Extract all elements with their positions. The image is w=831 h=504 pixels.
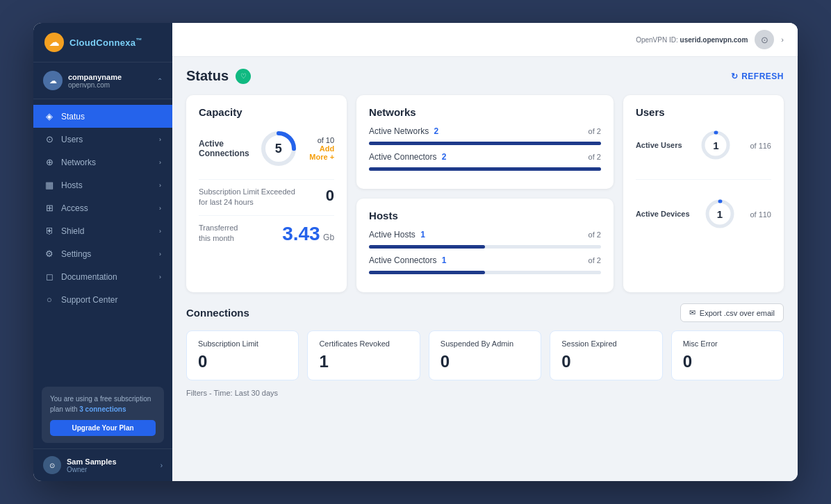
active-hosts-count: 1 (420, 230, 425, 240)
suspended-by-admin-card-label: Suspended By Admin (441, 339, 529, 348)
refresh-icon: ↻ (731, 72, 739, 81)
sidebar-item-label: Hosts (61, 180, 83, 190)
sidebar: ☁ CloudConnexa™ ☁ companyname openvpn.co… (33, 23, 172, 481)
status-icon: ◈ (44, 111, 54, 121)
chevron-right-icon: › (159, 251, 161, 258)
subscription-limit-card-val: 0 (198, 352, 287, 371)
sidebar-item-hosts[interactable]: ▦ Hosts › (33, 174, 172, 196)
certificates-revoked-card: Certificates Revoked 1 (307, 330, 420, 380)
sidebar-item-label: Support Center (61, 295, 117, 305)
hosts-card: Hosts Active Hosts 1 of 2 (356, 199, 614, 292)
hosts-connectors-fill (369, 271, 485, 274)
hosts-title: Hosts (369, 210, 601, 221)
access-icon: ⊞ (44, 203, 54, 213)
chevron-right-icon: › (159, 205, 161, 212)
sidebar-item-status[interactable]: ◈ Status (33, 105, 172, 128)
add-more-link[interactable]: Add More + (309, 144, 334, 161)
active-connections-row: Active Connections 5 (199, 128, 334, 169)
connections-val: 5 (275, 142, 282, 156)
active-hosts-label: Active Hosts 1 (369, 230, 425, 240)
sidebar-item-access[interactable]: ⊞ Access › (33, 196, 172, 219)
sidebar-nav: ◈ Status ⊙ Users › ⊕ Networks › ▦ Hosts … (33, 99, 172, 381)
active-hosts-fill (369, 245, 485, 249)
subscription-limit-card: Subscription Limit 0 (186, 330, 299, 380)
networks-title: Networks (369, 106, 601, 118)
sidebar-logo: ☁ CloudConnexa™ (33, 23, 172, 62)
page-title-row: Status ♡ (186, 68, 251, 84)
sidebar-item-label: Settings (61, 249, 91, 259)
session-expired-card-val: 0 (561, 352, 650, 371)
status-indicator-icon: ♡ (236, 69, 251, 84)
subscription-limit-stat: Subscription Limit Exceeded for last 24 … (199, 179, 334, 215)
suspended-by-admin-card: Suspended By Admin 0 (429, 330, 541, 380)
sidebar-item-label: Access (61, 203, 88, 213)
users-icon: ⊙ (44, 134, 54, 144)
main-content: OpenVPN ID: userid.openvpn.com ⊙ › Statu… (172, 23, 798, 481)
upgrade-banner: You are using a free subscription plan w… (42, 387, 164, 443)
account-name: companyname (68, 73, 151, 81)
sidebar-item-support[interactable]: ○ Support Center (33, 288, 172, 311)
networks-icon: ⊕ (44, 157, 54, 167)
certificates-revoked-card-label: Certificates Revoked (319, 339, 408, 348)
refresh-button[interactable]: ↻ REFRESH (731, 72, 784, 81)
upgrade-button[interactable]: Upgrade Your Plan (50, 420, 156, 436)
devices-donut: 1 (702, 196, 737, 231)
active-connectors-of: of 2 (589, 153, 601, 161)
sidebar-item-users[interactable]: ⊙ Users › (33, 128, 172, 151)
subscription-limit-card-label: Subscription Limit (198, 339, 287, 348)
user-name: Sam Samples (67, 457, 155, 466)
sidebar-item-networks[interactable]: ⊕ Networks › (33, 151, 172, 174)
active-networks-label: Active Networks 2 (369, 126, 438, 136)
sidebar-item-label: Documentation (61, 272, 117, 282)
active-users-of: of 116 (750, 139, 771, 151)
account-avatar: ☁ (43, 71, 63, 90)
active-devices-of: of 110 (750, 208, 771, 220)
account-domain: openvpn.com (68, 81, 151, 89)
gb-unit: Gb (323, 233, 334, 242)
sub-limit-label: Subscription Limit Exceeded (199, 187, 295, 197)
sidebar-account[interactable]: ☁ companyname openvpn.com ⌃ (33, 62, 172, 99)
active-networks-count: 2 (434, 126, 438, 136)
networks-card: Networks Active Networks 2 of 2 (356, 95, 614, 189)
sub-limit-val: 0 (326, 187, 334, 205)
openvpn-id-label: OpenVPN ID: userid.openvpn.com (636, 36, 748, 44)
misc-error-card-label: Misc Error (683, 339, 772, 348)
shield-icon: ⛨ (44, 226, 54, 236)
chevron-right-icon: › (159, 182, 161, 189)
topbar-info: OpenVPN ID: userid.openvpn.com ⊙ › (636, 30, 784, 49)
chevron-right-icon: › (159, 159, 161, 166)
transferred-stat: Transferred this month 3.43 Gb (199, 215, 334, 252)
active-hosts-of: of 2 (589, 230, 601, 239)
account-chevron-icon: ⌃ (157, 77, 163, 85)
connections-title: Connections (186, 307, 249, 319)
hosts-connectors-count: 1 (442, 255, 447, 265)
session-expired-card: Session Expired 0 (550, 330, 662, 380)
connections-header: Connections ✉ Export .csv over email (186, 303, 784, 322)
suspended-by-admin-card-val: 0 (441, 352, 529, 371)
chevron-right-icon: › (159, 274, 161, 280)
active-users-val: 1 (713, 140, 718, 151)
sidebar-item-documentation[interactable]: ◻ Documentation › (33, 265, 172, 288)
stats-grid: Capacity Active Connections 5 (186, 95, 784, 292)
sidebar-user[interactable]: ⊙ Sam Samples Owner › (33, 448, 172, 481)
filters-text: Filters - Time: Last 30 days (186, 389, 784, 397)
export-button[interactable]: ✉ Export .csv over email (680, 303, 784, 322)
capacity-of-label: of 10 Add More + (308, 136, 334, 161)
active-connectors-row: Active Connectors 2 of 2 (369, 152, 601, 162)
misc-error-card-val: 0 (683, 352, 772, 371)
sidebar-item-shield[interactable]: ⛨ Shield › (33, 219, 172, 242)
transferred-val-wrap: 3.43 Gb (282, 223, 334, 245)
hosts-icon: ▦ (44, 180, 54, 190)
user-avatar-icon[interactable]: ⊙ (755, 30, 774, 49)
user-info: Sam Samples Owner (67, 457, 155, 473)
sidebar-item-label: Networks (61, 158, 96, 167)
active-networks-progress (369, 142, 601, 145)
transferred-label: Transferred (199, 223, 238, 233)
hosts-connectors-progress (369, 271, 601, 274)
account-dropdown-icon[interactable]: › (781, 35, 784, 44)
sidebar-item-settings[interactable]: ⚙ Settings › (33, 242, 172, 265)
hosts-connectors-row: Active Connectors 1 of 2 (369, 255, 601, 265)
active-devices-stat: Active Devices 1 (636, 196, 771, 231)
active-connectors-count: 2 (442, 152, 447, 162)
users-title: Users (636, 106, 771, 118)
